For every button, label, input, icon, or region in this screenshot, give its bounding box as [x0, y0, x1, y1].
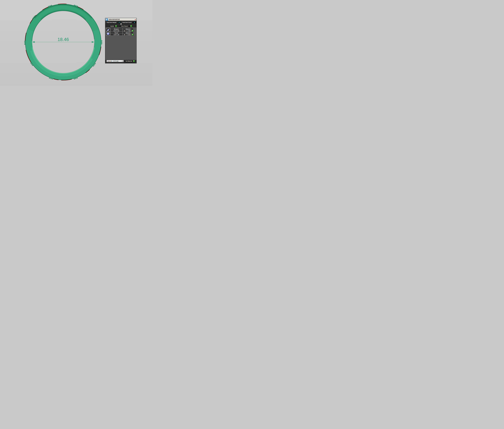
prong-bead — [75, 5, 76, 6]
gem-reporter-panel: GEM REPORTER Total Gem Weight 1.97 Total… — [105, 18, 137, 63]
prong-bead — [95, 63, 96, 64]
prong-bead — [24, 41, 25, 42]
prong-bead — [101, 42, 102, 43]
go-arrow-icon — [116, 26, 116, 27]
gem-count-cell: 10 — [123, 30, 126, 32]
prong-bead — [31, 63, 32, 65]
gem-weight-cell: 1.76tw — [126, 30, 132, 32]
prong-bead — [74, 78, 75, 79]
go-arrow-icon — [132, 34, 133, 35]
set-material-go-button[interactable] — [133, 60, 135, 62]
panel-titlebar[interactable]: GEM REPORTER — [105, 18, 136, 21]
prong-bead — [24, 44, 25, 45]
slider-knob-arrow-icon — [121, 24, 121, 24]
save-report-button[interactable]: Save Report — [119, 25, 130, 27]
gem-reporter-icon — [106, 18, 108, 21]
total-gem-count-value: 30 — [133, 22, 136, 23]
material-dropdown[interactable]: Diamond (3.52 spg) — [107, 60, 124, 62]
dimension-label: 18.46 — [58, 37, 69, 42]
prong-bead — [94, 64, 95, 65]
gem-count-cell: 20 — [123, 34, 126, 36]
gem-row-round: Round Diamond 1.40 X 1.40 20 0.21tw — [105, 32, 137, 36]
prong-bead — [101, 43, 102, 44]
gem-shape-cell: Marquise — [110, 28, 122, 30]
gem-shape-cell: Round — [110, 32, 122, 34]
total-gem-count-label: Total Gem Count — [121, 22, 132, 23]
prong-bead — [75, 78, 76, 79]
dimension-arrowhead-right — [92, 41, 94, 43]
gem-size-cell: 1.40 X 1.40 — [110, 34, 122, 36]
material-dropdown-density: (3.52 spg) — [113, 61, 118, 62]
chevron-down-icon — [122, 61, 123, 61]
prong-bead — [51, 5, 52, 6]
prong-bead — [33, 17, 34, 18]
prong-bead — [49, 77, 50, 79]
gem-row-go-button[interactable] — [132, 34, 133, 36]
prong-bead — [32, 18, 33, 19]
material-dropdown-button[interactable] — [122, 61, 123, 62]
gem-row-marquise: Marquise Diamond 6.00 X 3.00 10 1.76tw — [105, 28, 137, 32]
gem-size-cell: 6.00 X 3.00 — [110, 30, 122, 32]
close-button[interactable] — [134, 19, 136, 20]
prong-bead — [32, 65, 33, 66]
close-icon — [135, 19, 136, 20]
marquise-gem-icon — [106, 28, 110, 32]
prong-bead — [101, 40, 102, 41]
go-arrow-icon — [131, 26, 131, 27]
total-gem-weight-value: 1.97 — [117, 22, 121, 23]
gem-row-go-button[interactable] — [132, 30, 133, 32]
prong-bead — [50, 5, 51, 6]
set-material-button[interactable]: Set Material — [125, 60, 133, 62]
dimension-annotation: 18.46 — [32, 37, 94, 43]
dimension-arrowhead-left — [32, 41, 35, 43]
gem-material-cell: Diamond — [123, 32, 133, 34]
update-button[interactable]: Update — [109, 25, 115, 27]
round-gem-thumbnail[interactable] — [106, 32, 110, 36]
material-dropdown-value: Diamond — [107, 61, 112, 62]
round-gem-icon — [106, 32, 110, 36]
prong-bead — [24, 42, 25, 43]
prong-bead — [30, 62, 31, 63]
prong-bead — [93, 65, 94, 66]
size-filter-slider-knob[interactable] — [120, 23, 122, 25]
prong-bead — [77, 6, 78, 7]
gem-weight-cell: 0.21tw — [126, 34, 132, 36]
gem-list: Marquise Diamond 6.00 X 3.00 10 1.76tw — [105, 27, 137, 60]
panel-title: GEM REPORTER — [109, 18, 120, 21]
prong-bead — [34, 16, 35, 17]
update-go-button[interactable] — [115, 25, 117, 27]
cad-viewport[interactable]: 18.46 GEM REPORTER — [0, 0, 152, 86]
prong-bead — [74, 5, 75, 6]
gem-material-cell: Diamond — [123, 28, 133, 30]
prong-bead — [48, 6, 49, 7]
go-arrow-icon — [132, 30, 133, 31]
marquise-gem-thumbnail[interactable] — [106, 28, 110, 32]
total-gem-weight-label: Total Gem Weight — [106, 22, 117, 23]
prong-bead — [52, 78, 53, 80]
save-report-go-button[interactable] — [130, 25, 132, 27]
prong-bead — [50, 78, 52, 79]
go-arrow-icon — [134, 61, 134, 62]
prong-bead — [77, 77, 78, 79]
